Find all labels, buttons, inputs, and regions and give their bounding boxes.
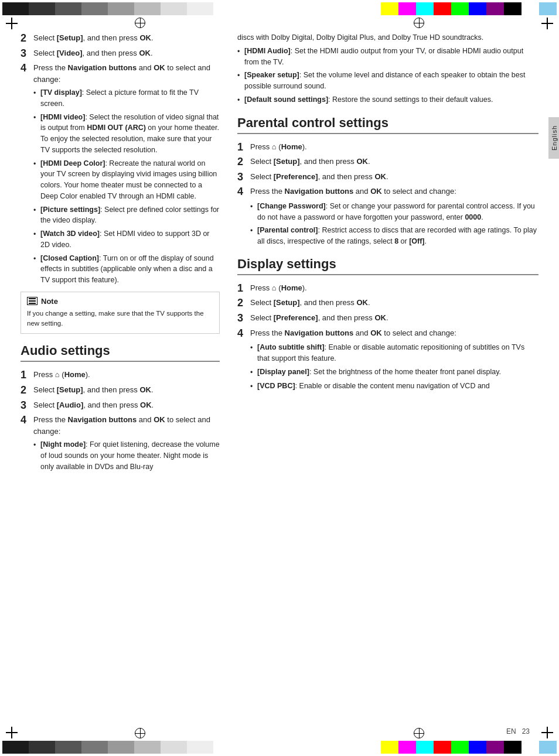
note-title: Note <box>41 297 58 306</box>
bullet-hdmi-deep-color: • [HDMI Deep Color]: Recreate the natura… <box>33 158 220 202</box>
bullet-watch-3d: • [Watch 3D video]: Set HDMI video to su… <box>33 228 220 251</box>
parental-step-4: 4 Press the Navigation buttons and OK to… <box>237 186 538 199</box>
audio-step-3: 3 Select [Audio], and then press OK. <box>21 399 220 412</box>
bullet-parental-control: • [Parental control]: Restrict access to… <box>250 225 538 247</box>
step-4: 4 Press the Navigation buttons and OK to… <box>21 62 220 85</box>
bullet-hdmi-video: • [HDMI video]: Select the resolution of… <box>33 112 220 156</box>
reg-mark-bl <box>6 727 18 738</box>
circ-mark-top-left <box>135 18 145 28</box>
reg-mark-br <box>541 727 553 738</box>
parental-step-3: 3 Select [Preference], and then press OK… <box>237 171 538 184</box>
bullet-display-panel: • [Display panel]: Set the brightness of… <box>250 367 538 378</box>
right-column: discs with Dolby Digital, Dolby Digital … <box>237 32 538 730</box>
bullet-hdmi-audio: • [HDMI Audio]: Set the HDMI audio outpu… <box>237 46 538 68</box>
left-column: 2 Select [Setup], and then press OK. 3 S… <box>21 32 220 730</box>
page-lang: EN <box>506 727 516 736</box>
display-section-heading: Display settings <box>237 256 538 275</box>
note-header: Note <box>27 297 213 306</box>
audio-step-2: 2 Select [Setup], and then press OK. <box>21 384 220 397</box>
audio-section-heading: Audio settings <box>21 343 220 362</box>
circ-mark-top-right <box>414 18 424 28</box>
bullet-change-password: • [Change Password]: Set or change your … <box>250 201 538 223</box>
note-body: If you change a setting, make sure that … <box>27 309 213 329</box>
parental-step-2: 2 Select [Setup], and then press OK. <box>237 156 538 169</box>
page-number: 23 <box>522 727 530 736</box>
parental-bullet-list: • [Change Password]: Set or change your … <box>250 201 538 247</box>
bullet-tv-display: • [TV display]: Select a picture format … <box>33 87 220 110</box>
audio-step-4: 4 Press the Navigation buttons and OK to… <box>21 414 220 437</box>
display-step-2: 2 Select [Setup], and then press OK. <box>237 297 538 310</box>
audio-bullet-list: • [Night mode]: For quiet listening, dec… <box>33 439 220 472</box>
parental-section-heading: Parental control settings <box>237 115 538 134</box>
bullet-default-sound: • [Default sound settings]: Restore the … <box>237 94 538 106</box>
bullet-dolby: discs with Dolby Digital, Dolby Digital … <box>237 32 538 43</box>
bullet-night-mode: • [Night mode]: For quiet listening, dec… <box>33 439 220 472</box>
bullet-closed-caption: • [Closed Caption]: Turn on or off the d… <box>33 253 220 286</box>
note-icon <box>27 297 38 305</box>
display-step-4: 4 Press the Navigation buttons and OK to… <box>237 327 538 340</box>
note-box: Note If you change a setting, make sure … <box>21 292 220 334</box>
language-tab: English <box>548 117 559 159</box>
bullet-picture-settings: • [Picture settings]: Select pre defined… <box>33 204 220 227</box>
bullet-auto-subtitle: • [Auto subtitle shift]: Enable or disab… <box>250 342 538 364</box>
step-2: 2 Select [Setup], and then press OK. <box>21 32 220 45</box>
bullet-speaker-setup: • [Speaker setup]: Set the volume level … <box>237 70 538 92</box>
display-bullet-list: • [Auto subtitle shift]: Enable or disab… <box>250 342 538 392</box>
audio-step-1: 1 Press ⌂ (Home). <box>21 369 220 382</box>
display-step-3: 3 Select [Preference], and then press OK… <box>237 312 538 325</box>
page-footer: EN 23 <box>506 727 530 736</box>
step-3: 3 Select [Video], and then press OK. <box>21 47 220 60</box>
bullet-vcd-pbc: • [VCD PBC]: Enable or disable the conte… <box>250 381 538 392</box>
audio-bullets-cont: discs with Dolby Digital, Dolby Digital … <box>237 32 538 106</box>
parental-step-1: 1 Press ⌂ (Home). <box>237 141 538 154</box>
display-step-1: 1 Press ⌂ (Home). <box>237 282 538 295</box>
reg-mark-tl <box>6 18 18 29</box>
reg-mark-tr <box>541 18 553 29</box>
video-bullet-list: • [TV display]: Select a picture format … <box>33 87 220 286</box>
